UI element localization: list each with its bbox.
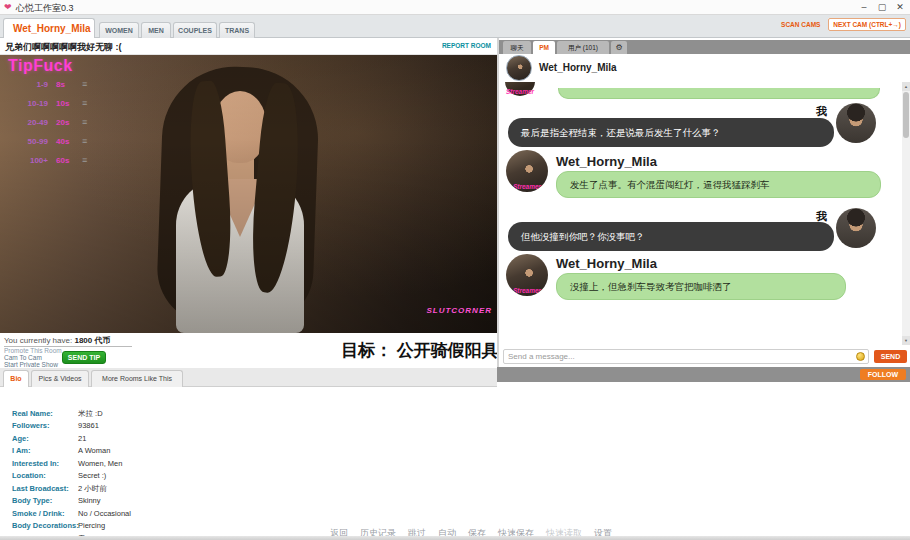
scroll-up-icon[interactable]: ▲ [902,82,910,91]
tip-value: 20s [56,113,69,132]
send-tip-button[interactable]: SEND TIP [62,351,106,364]
tab-pics-videos[interactable]: Pics & Videos [31,370,89,387]
bio-row: Interested In: Women, Men [12,458,412,470]
tab-strip: Wet_Horny_Mila WOMEN MEN COUPLES TRANS S… [0,15,910,38]
bottom-edge [0,536,910,540]
tip-row[interactable]: 20-49 20s ≡ [8,113,108,132]
bio-row: Age: 21 [12,433,412,445]
message-bubble: 没撞上，但急刹车导致考官把咖啡洒了 [556,273,846,300]
tip-value: 40s [56,132,69,151]
pm-header-name: Wet_Horny_Mila [539,62,617,73]
menu-icon: ≡ [82,113,87,132]
message-sender-name: Wet_Horny_Mila [556,154,657,169]
menu-icon: ≡ [82,151,87,170]
me-label: 我 [816,104,827,119]
avatar: Streamer [505,82,535,97]
report-room-link[interactable]: REPORT ROOM [442,42,491,49]
close-button[interactable]: ✕ [892,1,908,14]
bio-value: No / Occasional [78,508,131,520]
avatar [506,55,532,81]
gear-icon[interactable]: ⚙ [611,41,627,54]
app-window: ❤ 心悦工作室0.3 – ▢ ✕ Wet_Horny_Mila WOMEN ME… [0,0,910,540]
tip-row[interactable]: 1-9 8s ≡ [8,75,108,94]
room-subject: 兄弟们啊啊啊啊啊我好无聊 :( [5,41,122,54]
message-bubble: 最后是指全程结束，还是说最后发生了什么事？ [508,118,834,147]
maximize-button[interactable]: ▢ [874,1,890,14]
token-balance: You currently have: 1800 代币 [4,335,110,346]
goal-text: 目标： 公开骑假阳具 [341,339,497,362]
under-video-panel: You currently have: 1800 代币 Promote This… [0,333,497,367]
avatar: Streamer [506,254,548,296]
bio-tab-bar: Bio Pics & Videos More Rooms Like This [0,368,497,387]
tab-chat[interactable]: 聊天 [503,41,531,54]
bio-row: Followers: 93861 [12,420,412,432]
tab-men[interactable]: MEN [141,22,171,38]
message-bubble: 但他没撞到你吧？你没事吧？ [508,222,834,251]
bio-value: 21 [78,433,86,445]
tab-couples[interactable]: COUPLES [173,22,217,38]
send-button[interactable]: SEND [874,350,907,363]
bio-value: 2 小时前 [78,483,107,495]
chat-scrollbar[interactable]: ▲ ▼ [902,82,910,345]
chat-input-row: SEND [499,347,910,366]
next-cam-button[interactable]: NEXT CAM (CTRL+→) [828,18,906,31]
title-bar: ❤ 心悦工作室0.3 – ▢ ✕ [0,0,910,15]
app-icon: ❤ [4,2,12,13]
pm-header: Wet_Horny_Mila [499,54,910,82]
follow-button[interactable]: FOLLOW [860,369,906,380]
scroll-down-icon[interactable]: ▼ [902,336,910,345]
tab-trans[interactable]: TRANS [219,22,255,38]
tab-wet-horny-mila[interactable]: Wet_Horny_Mila [3,18,95,38]
message-list[interactable]: Streamer 我 最后是指全程结束，还是说最后发生了什么事？ Streame… [499,82,910,345]
follow-bar: FOLLOW [497,367,910,382]
bio-label: Location: [12,470,82,482]
tip-row[interactable]: 100+ 60s ≡ [8,151,108,170]
bio-label: Real Name: [12,408,82,420]
tab-pm[interactable]: PM [533,41,555,54]
message-bubble: 发生了点事。有个混蛋闯红灯，逼得我猛踩刹车 [556,171,881,198]
bio-label: Last Broadcast: [12,483,82,495]
bio-value: 93861 [78,420,99,432]
bio-row: Location: Secret :) [12,470,412,482]
tab-more-rooms[interactable]: More Rooms Like This [91,370,183,387]
tip-range: 20-49 [8,113,48,132]
private-show-link[interactable]: Start Private Show [4,361,58,368]
tab-bio[interactable]: Bio [3,370,29,387]
video-stream: TipFuck 1-9 8s ≡ 10-19 10s ≡ 20-49 20s ≡… [0,55,497,333]
scan-cams-button[interactable]: SCAN CAMS [781,21,820,28]
tab-women[interactable]: WOMEN [99,22,139,38]
avatar: Streamer [506,150,548,192]
scrollbar-thumb[interactable] [903,92,909,138]
bio-row: I Am: A Woman [12,445,412,457]
tip-row[interactable]: 50-99 40s ≡ [8,132,108,151]
emoji-icon[interactable] [856,352,865,361]
avatar [836,208,876,248]
chat-tab-bar: 聊天 PM 用户 (101) ⚙ [499,40,910,54]
minimize-button[interactable]: – [856,1,872,14]
message-bubble-partial [558,88,880,99]
bio-label: Body Decorations: [12,520,82,532]
tip-range: 50-99 [8,132,48,151]
bio-row: Real Name: 米拉 :D [12,408,412,420]
tab-users[interactable]: 用户 (101) [557,41,609,54]
subject-bar: 兄弟们啊啊啊啊啊我好无聊 :( REPORT ROOM [0,38,497,55]
tip-range: 10-19 [8,94,48,113]
promote-room-link[interactable]: Promote This Room [4,347,62,354]
balance-label: You currently have: [4,336,72,345]
bio-value: Secret :) [78,470,106,482]
bio-value: A Woman [78,445,110,457]
tip-range: 1-9 [8,75,48,94]
message-input[interactable] [503,349,869,364]
watermark: SLUTCORNER [426,306,492,315]
tip-row[interactable]: 10-19 10s ≡ [8,94,108,113]
bio-label: Smoke / Drink: [12,508,82,520]
balance-value: 1800 代币 [74,336,110,345]
streamer-badge: Streamer [506,287,548,294]
bio-label: I Am: [12,445,82,457]
cam-links: SCAN CAMS NEXT CAM (CTRL+→) [781,21,906,28]
bio-row: Body Type: Skinny [12,495,412,507]
cam-to-cam-link[interactable]: Cam To Cam [4,354,42,361]
bio-label: Age: [12,433,82,445]
tip-menu-title: TipFuck [8,57,108,75]
menu-icon: ≡ [82,94,87,113]
